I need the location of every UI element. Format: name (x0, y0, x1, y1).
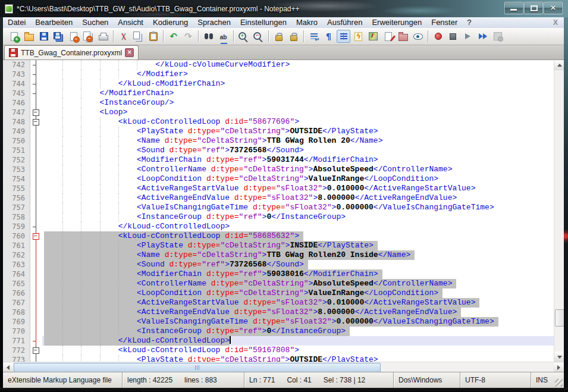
function-list-icon[interactable] (381, 30, 395, 43)
menu-item[interactable]: Fenster (426, 17, 462, 28)
code-text[interactable]: <ModifierChain d:type="ref">59038016</Mo… (42, 269, 554, 279)
code-text[interactable]: </kLoud-cModifierChain> (42, 79, 554, 89)
document-map-icon[interactable] (366, 30, 380, 43)
tab-active[interactable]: TTB_Gwag_Container.proxyxml (4, 45, 139, 59)
code-text[interactable]: <PlayState d:type="cDeltaString">OUTSIDE… (42, 127, 554, 136)
fold-toggle-icon[interactable] (30, 117, 42, 127)
code-text[interactable]: <Loop> (42, 108, 554, 117)
zoom-in-icon[interactable] (237, 30, 250, 43)
code-text[interactable]: <ValueIsChangingGateTime d:type="sFloat3… (42, 317, 554, 327)
editor-line[interactable]: 768<ActiveRangeEndValue d:type="sFloat32… (3, 308, 554, 317)
tab-close-icon[interactable] (125, 48, 134, 57)
menu-item[interactable]: Ansicht (113, 17, 148, 28)
open-file-icon[interactable] (22, 30, 36, 43)
editor-line[interactable]: 766<LoopCondition d:type="cDeltaString">… (3, 288, 554, 298)
zoom-out-icon[interactable] (252, 30, 265, 43)
horizontal-scroll-thumb[interactable] (14, 363, 381, 372)
folder-as-workspace-icon[interactable] (396, 30, 410, 43)
macro-playback-icon[interactable] (461, 30, 475, 43)
editor-line[interactable]: 751<Sound d:type="ref">73726568</Sound> (3, 146, 554, 155)
code-text[interactable]: <PlayState d:type="cDeltaString">OUTSIDE… (42, 355, 554, 362)
editor-line[interactable]: 764<ModifierChain d:type="ref">59038016<… (3, 269, 554, 279)
editor-line[interactable]: 745</ModifierChain> (3, 89, 554, 98)
code-text[interactable]: <PlayState d:type="cDeltaString">INSIDE<… (42, 241, 554, 250)
editor-line[interactable]: 759</kLoud-cControlledLoop> (3, 222, 554, 231)
menu-item[interactable]: Datei (3, 17, 30, 28)
code-text[interactable]: <kLoud-cControlledLoop d:id="59167808"> (42, 346, 554, 355)
editor-line[interactable]: 753<ControllerName d:type="cDeltaString"… (3, 165, 554, 174)
menu-item[interactable]: Erweiterungen (367, 17, 426, 28)
editor-line[interactable]: 762<Name d:type="cDeltaString">TTB GWag … (3, 250, 554, 260)
editor-line[interactable]: 743</Modifier> (3, 70, 554, 79)
macro-stop-icon[interactable] (446, 30, 460, 43)
code-text[interactable]: <Name d:type="cDeltaString">TTB GWag Rol… (42, 136, 554, 146)
editor-line[interactable]: 754<LoopCondition d:type="cDeltaString">… (3, 174, 554, 184)
scroll-left-arrow-icon[interactable] (4, 363, 13, 372)
scroll-down-arrow-icon[interactable] (554, 352, 564, 362)
show-indent-guide-icon[interactable] (337, 30, 350, 43)
code-text[interactable]: <kLoud-cControlledLoop d:id="58685632"> (42, 231, 554, 241)
editor-line[interactable]: 765<ControllerName d:type="cDeltaString"… (3, 279, 554, 288)
save-file-icon[interactable] (37, 30, 51, 43)
editor-line[interactable]: 748<kLoud-cControlledLoop d:id="58677696… (3, 117, 554, 127)
close-file-icon[interactable] (67, 30, 80, 43)
code-text[interactable]: <LoopCondition d:type="cDeltaString">Val… (42, 174, 554, 184)
editor-line[interactable]: 773<PlayState d:type="cDeltaString">OUTS… (3, 355, 554, 362)
code-text[interactable]: <ControllerName d:type="cDeltaString">Ab… (42, 279, 554, 288)
code-text[interactable]: <LoopCondition d:type="cDeltaString">Val… (42, 288, 554, 298)
menu-item[interactable]: Makro (291, 17, 322, 28)
fold-toggle-icon[interactable] (30, 108, 42, 117)
editor-line[interactable]: 757<ValueIsChangingGateTime d:type="sFlo… (3, 203, 554, 212)
menu-item[interactable]: Kodierung (148, 17, 193, 28)
menu-item[interactable]: Bearbeiten (30, 17, 77, 28)
macro-save-icon[interactable] (491, 30, 504, 43)
save-all-icon[interactable] (52, 30, 65, 43)
code-text[interactable]: <InstanceGroup d:type="ref">0</InstanceG… (42, 212, 554, 222)
sync-horizontal-scroll-icon[interactable] (287, 30, 300, 43)
editor-line[interactable]: 769<ValueIsChangingGateTime d:type="sFlo… (3, 317, 554, 327)
code-text[interactable]: <ActiveRangeStartValue d:type="sFloat32"… (42, 298, 554, 308)
editor-line[interactable]: 744</kLoud-cModifierChain> (3, 79, 554, 89)
find-icon[interactable] (202, 30, 215, 43)
vertical-scrollbar[interactable] (554, 60, 564, 362)
minimize-button[interactable] (504, 2, 523, 14)
code-text[interactable]: <InstanceGroup/> (42, 98, 554, 108)
editor-line[interactable]: 742</kLoud-cVolumeCurveModifier> (3, 60, 554, 70)
code-text[interactable]: <Sound d:type="ref">73726568</Sound> (42, 260, 554, 269)
menu-item[interactable]: Suchen (77, 17, 113, 28)
fold-toggle-icon[interactable] (30, 231, 42, 241)
editor-line[interactable]: 763<Sound d:type="ref">73726568</Sound> (3, 260, 554, 269)
sync-vertical-scroll-icon[interactable] (272, 30, 285, 43)
editor-line[interactable]: 747<Loop> (3, 108, 554, 117)
code-text[interactable]: </kLoud-cVolumeCurveModifier> (42, 60, 554, 70)
code-text[interactable]: <ControllerName d:type="cDeltaString">Ab… (42, 165, 554, 174)
scroll-right-arrow-icon[interactable] (554, 363, 563, 372)
code-text[interactable]: <Name d:type="cDeltaString">TTB GWag Rol… (42, 250, 554, 260)
code-text[interactable]: <ValueIsChangingGateTime d:type="sFloat3… (42, 203, 554, 212)
code-text[interactable]: </kLoud-cControlledLoop> (42, 336, 554, 346)
editor-line[interactable]: 767<ActiveRangeStartValue d:type="sFloat… (3, 298, 554, 308)
document-monitoring-icon[interactable] (411, 30, 425, 43)
title-bar[interactable]: *C:\Users\Basti\Desktop\TTB_GW_st\Audio\… (0, 0, 568, 17)
show-all-characters-icon[interactable] (322, 30, 335, 43)
editor-line[interactable]: 772<kLoud-cControlledLoop d:id="59167808… (3, 346, 554, 355)
code-text[interactable]: </kLoud-cControlledLoop> (42, 222, 554, 231)
macro-run-multiple-icon[interactable] (476, 30, 489, 43)
paste-icon[interactable] (146, 30, 160, 43)
redo-icon[interactable] (181, 30, 195, 43)
code-text[interactable]: <InstanceGroup d:type="ref">0</InstanceG… (42, 327, 554, 336)
editor-line[interactable]: 752<ModifierChain d:type="ref">59031744<… (3, 155, 554, 165)
undo-icon[interactable] (167, 30, 180, 43)
vertical-scroll-thumb[interactable] (555, 309, 564, 327)
code-text[interactable]: <ModifierChain d:type="ref">59031744</Mo… (42, 155, 554, 165)
code-text[interactable]: </Modifier> (42, 70, 554, 79)
editor-line[interactable]: 760<kLoud-cControlledLoop d:id="58685632… (3, 231, 554, 241)
code-text[interactable]: <kLoud-cControlledLoop d:id="58677696"> (42, 117, 554, 127)
editor-lines[interactable]: 742</kLoud-cVolumeCurveModifier>743</Mod… (3, 60, 554, 362)
code-text[interactable]: <ActiveRangeEndValue d:type="sFloat32">8… (42, 308, 554, 317)
code-text[interactable]: <Sound d:type="ref">73726568</Sound> (42, 146, 554, 155)
menubar-close-button[interactable]: X (547, 17, 564, 28)
replace-icon[interactable] (216, 30, 230, 43)
editor-line[interactable]: 749<PlayState d:type="cDeltaString">OUTS… (3, 127, 554, 136)
menu-item[interactable]: ? (462, 17, 476, 28)
